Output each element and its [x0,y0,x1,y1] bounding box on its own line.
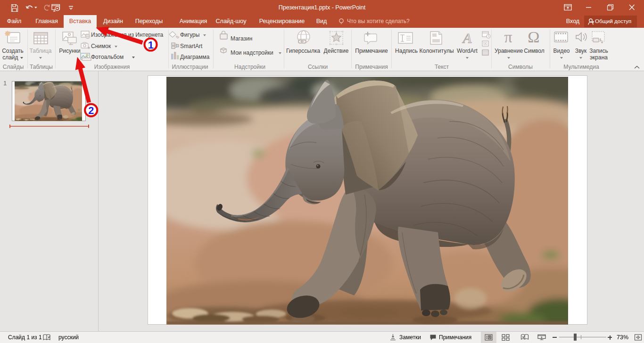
svg-text:Ω: Ω [528,28,539,46]
svg-text:π: π [504,28,512,46]
svg-text:A: A [462,30,472,46]
